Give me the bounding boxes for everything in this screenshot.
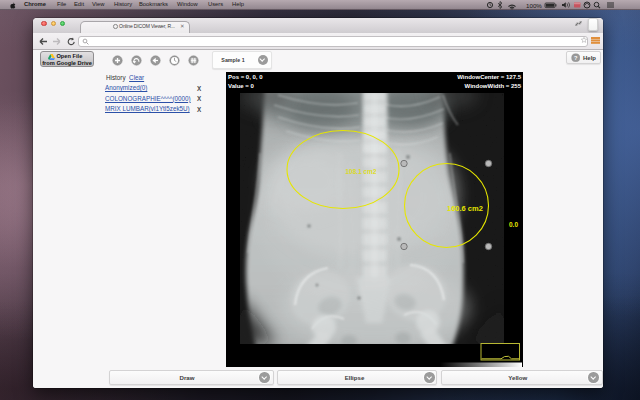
svg-text:0.0: 0.0	[509, 221, 518, 228]
svg-text:160.6 cm2: 160.6 cm2	[447, 203, 483, 212]
svg-text:?: ?	[574, 54, 578, 60]
svg-text:108.1 cm2: 108.1 cm2	[345, 168, 376, 175]
svg-text:100%: 100%	[526, 2, 542, 9]
